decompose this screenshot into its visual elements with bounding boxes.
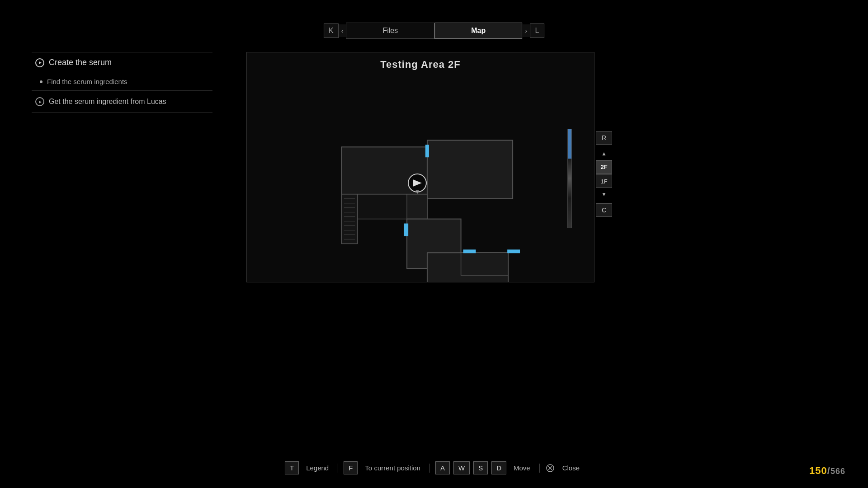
secondary-objective-icon — [35, 97, 44, 106]
hud-key-a[interactable]: A — [435, 461, 450, 474]
key-l[interactable]: L — [530, 23, 544, 38]
map-svg — [247, 75, 594, 282]
svg-rect-21 — [507, 249, 520, 253]
score-current: 150 — [809, 465, 827, 476]
main-objective-text: Create the serum — [49, 58, 112, 67]
map-title: Testing Area 2F — [247, 52, 594, 75]
hud-separator-2 — [429, 464, 430, 473]
tab-map[interactable]: Map — [434, 23, 522, 39]
sub-objective-text: Find the serum ingredients — [47, 78, 127, 85]
score-total: 566 — [830, 467, 845, 476]
floor-down-arrow[interactable]: ▼ — [596, 189, 612, 200]
score-separator: / — [827, 465, 830, 476]
hud-label-close[interactable]: Close — [559, 464, 583, 472]
hud-separator-1 — [338, 464, 338, 473]
scale-bar-highlight — [568, 129, 571, 159]
key-k[interactable]: K — [324, 23, 339, 38]
bottom-hud: T Legend F To current position A W S D M… — [285, 461, 583, 474]
floor-selector: R ▲ 2F 1F ▼ C — [596, 131, 612, 217]
svg-rect-18 — [425, 145, 429, 157]
hud-key-t[interactable]: T — [285, 461, 299, 474]
hud-label-current-position: To current position — [361, 464, 424, 472]
hud-key-s[interactable]: S — [473, 461, 488, 474]
svg-rect-19 — [404, 224, 408, 236]
svg-rect-20 — [463, 249, 476, 253]
sub-objective-dot — [40, 80, 42, 83]
floor-up-arrow[interactable]: ▲ — [596, 148, 612, 159]
sub-objective: Find the serum ingredients — [32, 73, 212, 90]
svg-rect-17 — [461, 253, 509, 275]
floor-2f-button[interactable]: 2F — [596, 160, 612, 174]
hud-key-f[interactable]: F — [344, 461, 358, 474]
svg-rect-1 — [427, 140, 513, 198]
secondary-objective: Get the serum ingredient from Lucas — [32, 90, 212, 113]
svg-rect-14 — [407, 194, 427, 219]
scale-bar — [567, 129, 572, 228]
objectives-panel: Create the serum Find the serum ingredie… — [32, 52, 212, 113]
floor-c-button[interactable]: C — [596, 203, 612, 217]
svg-rect-2 — [342, 194, 358, 244]
hud-separator-3 — [539, 464, 540, 473]
main-objective: Create the serum — [32, 52, 212, 73]
hud-key-d[interactable]: D — [491, 461, 506, 474]
secondary-objective-text: Get the serum ingredient from Lucas — [49, 98, 166, 106]
close-icon — [545, 463, 555, 473]
floor-1f-button[interactable]: 1F — [596, 174, 612, 188]
main-objective-icon — [35, 58, 44, 67]
top-navigation: K ‹ Files Map › L — [324, 23, 544, 39]
map-panel: Testing Area 2F — [246, 52, 594, 282]
hud-label-move: Move — [510, 464, 534, 472]
floor-r-button[interactable]: R — [596, 131, 612, 145]
arrow-right[interactable]: › — [522, 24, 530, 37]
arrow-left[interactable]: ‹ — [339, 24, 346, 37]
map-content[interactable] — [247, 75, 594, 282]
score-display: 150/566 — [809, 465, 845, 477]
hud-key-w[interactable]: W — [453, 461, 470, 474]
tab-files[interactable]: Files — [346, 23, 434, 39]
hud-label-legend: Legend — [302, 464, 332, 472]
